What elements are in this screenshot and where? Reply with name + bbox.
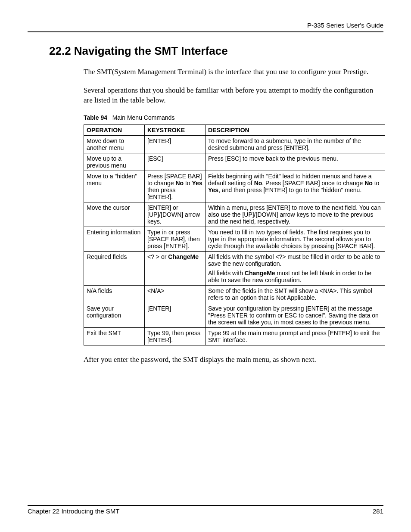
cell-operation: N/A fields: [84, 285, 145, 303]
table-row: N/A fields<N/A>Some of the fields in the…: [84, 285, 385, 303]
footer-chapter: Chapter 22 Introducing the SMT: [28, 507, 119, 515]
cell-description: Press [ESC] to move back to the previous…: [206, 153, 385, 171]
table-header-row: OPERATION KEYSTROKE DESCRIPTION: [84, 124, 385, 135]
cell-keystroke: [ENTER] or [UP]/[DOWN] arrow keys.: [145, 202, 206, 227]
footer-page-number: 281: [373, 507, 383, 515]
table-row: Save your configuration[ENTER]Save your …: [84, 303, 385, 327]
cell-description: To move forward to a submenu, type in th…: [206, 135, 385, 153]
cell-operation: Required fields: [84, 251, 145, 285]
col-operation: OPERATION: [84, 124, 145, 135]
table-row: Move the cursor[ENTER] or [UP]/[DOWN] ar…: [84, 202, 385, 227]
commands-table: OPERATION KEYSTROKE DESCRIPTION Move dow…: [84, 124, 385, 345]
header-rule: [28, 31, 383, 32]
cell-keystroke: <N/A>: [145, 285, 206, 303]
col-description: DESCRIPTION: [206, 124, 385, 135]
page-footer: Chapter 22 Introducing the SMT 281: [28, 502, 383, 515]
cell-description: Type 99 at the main menu prompt and pres…: [206, 327, 385, 345]
cell-operation: Entering information: [84, 227, 145, 251]
after-table-paragraph: After you enter the password, the SMT di…: [84, 355, 379, 365]
table-label: Table 94: [84, 114, 107, 121]
intro-paragraph-2: Several operations that you should be fa…: [84, 86, 379, 106]
cell-description: Within a menu, press [ENTER] to move to …: [206, 202, 385, 227]
cell-keystroke: [ENTER]: [145, 303, 206, 327]
table-row: Exit the SMTType 99, then press [ENTER].…: [84, 327, 385, 345]
footer-rule: [28, 505, 383, 506]
cell-description: All fields with the symbol <?> must be f…: [206, 251, 385, 285]
table-row: Move to a "hidden" menuPress [SPACE BAR]…: [84, 171, 385, 202]
cell-keystroke: Press [SPACE BAR] to change No to Yes th…: [145, 171, 206, 202]
cell-operation: Move to a "hidden" menu: [84, 171, 145, 202]
cell-description: Fields beginning with "Edit" lead to hid…: [206, 171, 385, 202]
col-keystroke: KEYSTROKE: [145, 124, 206, 135]
cell-keystroke: <? > or ChangeMe: [145, 251, 206, 285]
cell-operation: Exit the SMT: [84, 327, 145, 345]
table-row: Move up to a previous menu[ESC]Press [ES…: [84, 153, 385, 171]
cell-operation: Move down to another menu: [84, 135, 145, 153]
cell-keystroke: Type in or press [SPACE BAR], then press…: [145, 227, 206, 251]
intro-paragraph-1: The SMT(System Management Terminal) is t…: [84, 67, 379, 77]
cell-description: Some of the fields in the SMT will show …: [206, 285, 385, 303]
table-caption: Table 94 Main Menu Commands: [84, 114, 383, 121]
table-row: Required fields<? > or ChangeMeAll field…: [84, 251, 385, 285]
cell-keystroke: [ENTER]: [145, 135, 206, 153]
cell-keystroke: Type 99, then press [ENTER].: [145, 327, 206, 345]
table-title: Main Menu Commands: [112, 114, 175, 121]
cell-operation: Save your configuration: [84, 303, 145, 327]
cell-description: Save your configuration by pressing [ENT…: [206, 303, 385, 327]
cell-operation: Move the cursor: [84, 202, 145, 227]
running-head: P-335 Series User's Guide: [28, 22, 383, 29]
table-row: Entering informationType in or press [SP…: [84, 227, 385, 251]
section-heading: 22.2 Navigating the SMT Interface: [49, 44, 383, 58]
table-row: Move down to another menu[ENTER]To move …: [84, 135, 385, 153]
cell-description: You need to fill in two types of fields.…: [206, 227, 385, 251]
cell-operation: Move up to a previous menu: [84, 153, 145, 171]
cell-keystroke: [ESC]: [145, 153, 206, 171]
